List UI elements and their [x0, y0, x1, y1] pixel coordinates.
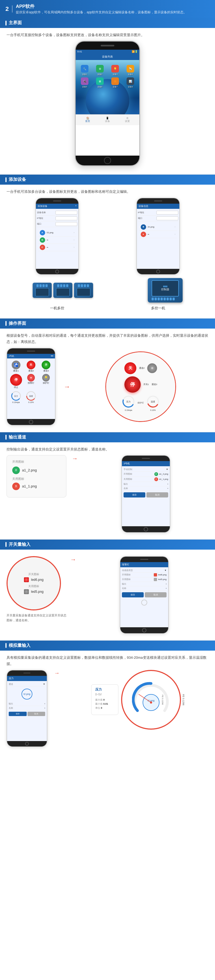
nav-devices[interactable]: 📱设备	[105, 117, 110, 123]
analog-input-area: 具有模拟量采集设备的通道支持自定义设置图标，数据单位和数据线性转换，934-20…	[0, 651, 215, 754]
channel-close-btn[interactable]: 关 a1_1.png	[12, 482, 61, 490]
svg-text:温度: 温度	[151, 401, 155, 403]
zoom-btn-knob[interactable]: ⚙	[147, 363, 157, 373]
port-input[interactable]	[56, 222, 77, 226]
analog-save-btn[interactable]: 保存	[9, 712, 27, 716]
zoom-btn-stop[interactable]: 停	[124, 376, 141, 393]
phone-left-form: 设备名称 IP地址 端口	[36, 209, 79, 228]
nav-home[interactable]: 🏠首页	[85, 117, 90, 123]
app-icon-4[interactable]: 📡 设备4	[124, 65, 137, 76]
hw-port-3b	[81, 284, 83, 287]
svg-point-15	[150, 702, 152, 703]
hw-port-2a	[57, 284, 59, 287]
phone-right-screen: 设备信息 IP地址 端口 ★	[137, 204, 179, 269]
channel-phone-bottom	[122, 526, 170, 532]
switch-input-header: 开关量输入	[0, 539, 215, 550]
add-device-desc: 一台手机可添加多台设备，设备图标支持更改，设备图标和名称可自定义编辑。	[6, 188, 209, 195]
list-icon-r1: ★	[141, 224, 146, 230]
home-left[interactable]	[55, 270, 59, 274]
zoom-gauge-2: 温度 0.13%	[146, 395, 160, 411]
app-icon-5[interactable]: 🔌 设备5	[78, 77, 91, 88]
op-btn-close[interactable]: 关	[27, 361, 35, 369]
channel-icons-panel: 开用图标 开 a1_2.png 关用图标 关 a1_1.png	[6, 455, 66, 498]
list-icon-3: C	[40, 245, 45, 250]
ip-right-input[interactable]	[157, 211, 178, 215]
op-cell-7: 压力 0.13mpa	[9, 390, 22, 403]
phone-left: 添加设备 + 设备名称 IP地址 端口	[35, 198, 79, 275]
list-item-3[interactable]: C •• ›	[38, 244, 76, 251]
switch-home-btn[interactable]	[142, 628, 146, 632]
gauge-svg-1: 压力	[11, 390, 21, 401]
app-icon-3[interactable]: 💡 设备3	[108, 65, 122, 76]
switch-off-led-small	[154, 578, 157, 581]
channel-save-btn[interactable]: 保存	[124, 492, 145, 498]
app-icon-6[interactable]: 🖥 设备6	[93, 77, 107, 88]
channel-close-icon-row: 关 a1_1.png	[154, 477, 168, 481]
channel-main-container: 开用图标 开 a1_2.png 关用图标 关 a1_1.png →	[6, 455, 209, 533]
hw-device-2	[53, 283, 72, 298]
analog-phone-left-top	[7, 670, 47, 676]
zoom-gauge-svg-2: 温度	[146, 395, 160, 409]
channel-screen-detail: 手动控制 ▼ 开用图标 开 a1_2.png 关用图标	[122, 466, 170, 498]
hw-port-1c	[42, 284, 45, 287]
home-button[interactable]	[104, 157, 111, 164]
zoom-btn-close[interactable]: 关	[124, 362, 136, 374]
switch-phone-home[interactable]	[141, 600, 147, 606]
zoom-row-1: 关 通道2 ⚙	[124, 362, 157, 374]
switch-on-icon-text: led6.png	[31, 578, 43, 582]
port-right-input[interactable]	[157, 216, 178, 220]
list-item-r2[interactable]: ● •• ›	[139, 231, 177, 238]
zoom-gauge-1: 压力 0.13mpa	[122, 395, 135, 411]
analog-phone-left: 连力 通道 ▼ t2.png 输出 ›	[6, 670, 47, 747]
app-icon-1[interactable]: 🔧 设备1	[78, 65, 91, 76]
zoom-row-2: 停 开关1 通道3	[124, 376, 157, 393]
phone-right-top	[137, 198, 179, 204]
hardware-right-device: ▮▮▮▮ 控制器	[148, 278, 183, 302]
op-btn-stop[interactable]: 停	[10, 374, 22, 386]
op-cell-3: 开 通道3	[40, 361, 53, 372]
svg-text:压力: 压力	[14, 395, 18, 397]
hardware-left-devices	[33, 283, 93, 298]
home-right[interactable]	[156, 270, 160, 274]
list-item-1[interactable]: A 01.png ›	[38, 229, 76, 237]
switch-save-btn[interactable]: 保存	[122, 592, 144, 597]
hardware-right-group: 设备信息 IP地址 端口 ★	[136, 198, 180, 275]
channel-open-btn[interactable]: 开 a1_2.png	[12, 466, 61, 474]
fe-value-text: FE 0.1296	[161, 695, 164, 705]
form-row-r2: 端口	[138, 216, 178, 221]
op-btn-open[interactable]: 开	[42, 361, 50, 369]
phone-left-top	[36, 198, 79, 204]
op-btn-faucet[interactable]: 🚰	[12, 361, 21, 369]
app-icon-7[interactable]: 🔆 设备7	[108, 77, 122, 88]
switch-off-icon-row: led5.png	[154, 578, 167, 581]
analog-left-home[interactable]	[25, 742, 29, 746]
ip-input[interactable]	[56, 216, 77, 220]
app-icon-2[interactable]: ⚙ 设备2	[93, 65, 107, 76]
analog-row-name: 名称 ›	[9, 706, 45, 710]
app-icon-8[interactable]: 📊 设备8	[124, 77, 137, 88]
main-screen-desc: 一台手机可直接控制多个设备，设备图标支持更改，设备名称支持义编辑背景显示图片。	[6, 32, 209, 38]
fe-value-label: FE 0.1296	[182, 694, 185, 705]
channel-open-label: 开用图标	[12, 460, 61, 464]
output-channel-area: 控制输出设备，通道支持自定义设置置开关状态图标，通道名称。 开用图标 开 a1_…	[0, 442, 215, 539]
channel-cancel-btn[interactable]: 取消	[146, 492, 168, 498]
switch-screen-detail: 传感器类型 ▼ 开用图标 led6.png 关用图标	[120, 567, 168, 607]
list-item-2[interactable]: B •• ›	[38, 237, 76, 244]
hw-display-text: ▮▮▮▮ 控制器	[161, 285, 169, 291]
switch-cancel-btn[interactable]: 取消	[145, 592, 167, 597]
form-row-3: 端口	[37, 221, 77, 227]
nav-settings[interactable]: ⚙设置	[125, 117, 130, 123]
list-item-r1[interactable]: ★ 2n.png ›	[139, 223, 177, 231]
channel-open-icon-row: 开 a1_2.png	[154, 472, 168, 476]
op-home-btn[interactable]	[29, 420, 33, 424]
main-phone-bottom	[75, 156, 140, 165]
switch-on-row: led6.png	[24, 577, 43, 582]
op-btn-red2[interactable]: ●	[27, 374, 35, 382]
analog-cancel-btn[interactable]: 取消	[27, 712, 45, 716]
op-btn-grey2[interactable]: 💡	[42, 374, 50, 382]
zoom-label-3: 通道3	[152, 383, 157, 386]
device-name-input[interactable]	[56, 211, 77, 215]
switch-phone-bottom	[120, 627, 168, 633]
two-phones-container: 添加设备 + 设备名称 IP地址 端口	[6, 198, 209, 275]
channel-home-btn[interactable]	[144, 527, 148, 531]
